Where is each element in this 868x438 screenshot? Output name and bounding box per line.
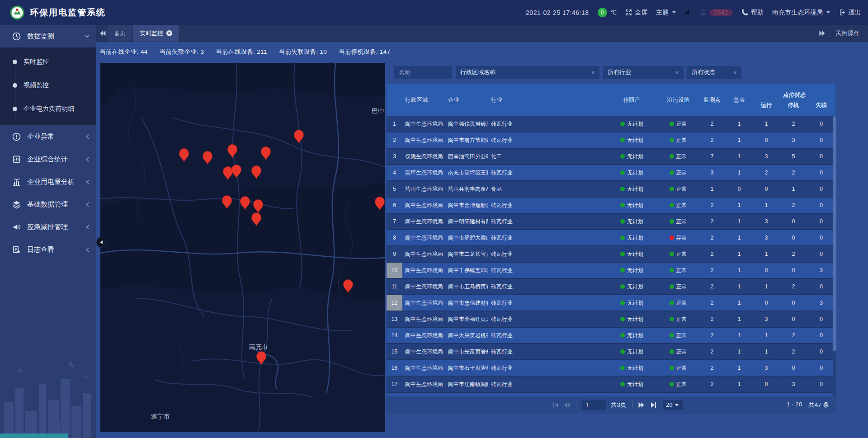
table-row[interactable]: 16阆中生态环境局阆中市石子页岩机砖厂砖瓦行业无计划正常21300 <box>387 360 835 376</box>
table-row[interactable]: 7阆中生态环境局阆中明阳建材有限公司砖瓦行业无计划正常21300 <box>387 214 835 229</box>
row-monitor-cell: 2 <box>698 311 726 327</box>
tab-首页[interactable]: 首页 <box>108 25 132 42</box>
tab-close-icon[interactable]: × <box>166 30 172 36</box>
row-index-cell[interactable]: 1 <box>387 116 402 132</box>
row-meter-cell: 0 <box>726 181 753 197</box>
first-page-button[interactable] <box>553 402 559 408</box>
row-company-cell: 营山县润丰肉食品有限 <box>445 181 488 197</box>
table-scrollbar-thumb[interactable] <box>833 116 836 351</box>
col-header-lost: 失联 <box>807 100 835 116</box>
table-row[interactable]: 1阆中生态环境局阆中强锐页岩砖厂砖瓦行业无计划正常21120 <box>387 116 835 132</box>
row-index-cell[interactable]: 17 <box>387 377 402 392</box>
bullet-dot-icon <box>13 83 17 88</box>
row-index-cell[interactable]: 2 <box>387 132 402 148</box>
stat-label: 当前在线企业: <box>99 48 141 55</box>
row-index-cell[interactable]: 9 <box>387 246 402 262</box>
chevron-down-icon: ∨ <box>675 70 679 75</box>
row-facility-cell: 正常 <box>658 165 698 180</box>
last-page-button[interactable] <box>650 402 656 408</box>
status-text: 无计划 <box>627 185 643 193</box>
industry-select[interactable]: 所有行业 ∨ <box>603 66 684 79</box>
sidebar-item-数据监测[interactable]: 数据监测 <box>0 25 96 47</box>
sidebar-item-企业综合统计[interactable]: 企业综合统计 <box>0 148 96 170</box>
table-row[interactable]: 18南部生态环境局南部县砌华山沙石有限公建材加工无计划正常21000 <box>387 393 835 396</box>
sidebar-item-基础数据管理[interactable]: 基础数据管理 <box>0 193 96 216</box>
page-size-select[interactable]: 20 <box>663 400 683 410</box>
table-row[interactable]: 14阆中生态环境局阆中大兴页岩机砖厂砖瓦行业无计划正常21120 <box>387 328 835 343</box>
stat-item: 当前停机设备: 147 <box>339 48 390 56</box>
stat-item: 当前失联设备: 10 <box>279 48 327 56</box>
row-index-cell[interactable]: 16 <box>387 360 402 376</box>
row-halt-cell: 0 <box>780 393 807 396</box>
sidebar-item-企业异常[interactable]: 企业异常 <box>0 125 96 148</box>
row-monitor-cell: 2 <box>698 246 726 262</box>
sidebar-item-日志查看[interactable]: 日志查看 <box>0 238 96 261</box>
mute-speaker-button[interactable] <box>684 9 692 16</box>
sidebar-subitem-视频监控[interactable]: 视频监控 <box>0 74 96 97</box>
tab-实时监控[interactable]: 实时监控× <box>133 25 179 42</box>
row-index-cell[interactable]: 7 <box>387 214 402 229</box>
table-row[interactable]: 13阆中生态环境局阆中市金福旺页岩机砖砖瓦行业无计划正常21300 <box>387 311 835 327</box>
row-index-cell[interactable]: 14 <box>387 328 402 343</box>
table-row[interactable]: 17阆中生态环境局阆中市江南镇阆南页岩砖瓦行业无计划正常21030 <box>387 377 835 392</box>
table-row[interactable]: 4高坪生态环境局南充市高坪区王家店建砖瓦行业无计划正常31220 <box>387 165 835 180</box>
row-industry-cell: 砖瓦行业 <box>488 198 606 213</box>
next-page-button[interactable] <box>638 402 645 408</box>
name-search-input[interactable] <box>394 66 452 79</box>
sidebar-subitem-label: 企业电力负荷明细 <box>24 105 74 113</box>
row-region-cell: 阆中生态环境局 <box>402 279 445 294</box>
theme-menu-button[interactable]: 主题 <box>656 9 676 17</box>
logout-button[interactable]: 退出 <box>839 9 861 17</box>
status-text: 正常 <box>676 202 687 209</box>
row-meter-cell: 1 <box>726 230 753 245</box>
row-index-cell[interactable]: 11 <box>387 279 402 294</box>
table-row[interactable]: 8阆中生态环境局阆中市枣碧大梁山页岩砖瓦行业无计划异常21300 <box>387 230 835 245</box>
prev-page-button[interactable] <box>564 402 571 408</box>
sidebar-item-label: 数据监测 <box>27 32 54 41</box>
table-row[interactable]: 5营山生态环境局营山县润丰肉食品有限食品无计划正常10010 <box>387 181 835 197</box>
map-panel[interactable]: 巴中市南充市遂宁市 <box>100 63 385 432</box>
org-menu-button[interactable]: 南充市生态环境局 <box>772 9 830 17</box>
region-select[interactable]: 行政区域名称 ∨ <box>456 66 599 79</box>
table-row[interactable]: 12阆中生态环境局阆中市忠信建材有限公砖瓦行业无计划正常21003 <box>387 295 835 311</box>
sidebar-subitem-企业电力负荷明细[interactable]: 企业电力负荷明细 <box>0 97 96 121</box>
table-row[interactable]: 2阆中生态环境局阆中市南方节能建材有砖瓦行业无计划正常21030 <box>387 132 835 148</box>
table-row[interactable]: 15阆中生态环境局阆中市光富页岩机砖厂砖瓦行业无计划正常21120 <box>387 344 835 359</box>
row-index-cell[interactable]: 15 <box>387 344 402 359</box>
row-index-cell[interactable]: 12 <box>387 295 402 311</box>
datetime-label: 2021-02-25 17:46:18 <box>526 9 589 16</box>
row-facility-cell: 正常 <box>658 263 698 278</box>
row-lost-cell: 0 <box>807 116 835 132</box>
notifications-button[interactable]: 2632 <box>700 9 733 16</box>
status-text: 正常 <box>676 120 687 128</box>
help-button[interactable]: 帮助 <box>741 9 764 17</box>
sidebar-item-应急减排管理[interactable]: 应急减排管理 <box>0 216 96 238</box>
page-number-input[interactable] <box>582 400 606 410</box>
sidebar-subitem-实时监控[interactable]: 实时监控 <box>0 50 96 74</box>
table-row[interactable]: 6阆中生态环境局阆中市金博瑞新型墙材砖瓦行业无计划正常21120 <box>387 198 835 213</box>
sidebar-item-企业用电量分析[interactable]: 企业用电量分析 <box>0 170 96 193</box>
row-index-cell[interactable]: 18 <box>387 393 402 396</box>
fullscreen-button[interactable]: 全屏 <box>625 9 647 17</box>
table-row[interactable]: 10阆中生态环境局阆中千佛镇五郎垭页岩砖瓦行业无计划正常21003 <box>387 263 835 278</box>
row-index-cell[interactable]: 13 <box>387 311 402 327</box>
table-row[interactable]: 3仪陇生态环境局西南油气田分公司川中化工无计划正常71350 <box>387 149 835 164</box>
row-index-cell[interactable]: 3 <box>387 149 402 164</box>
row-index-cell[interactable]: 6 <box>387 198 402 213</box>
row-lost-cell: 0 <box>807 393 835 396</box>
row-index-cell[interactable]: 4 <box>387 165 402 180</box>
status-text: 正常 <box>676 250 687 258</box>
close-operations-button[interactable]: 关闭操作 <box>835 29 860 38</box>
map-collapse-button[interactable] <box>97 237 106 247</box>
tabs-scroll-left-button[interactable] <box>99 30 106 36</box>
row-index-cell[interactable]: 5 <box>387 181 402 197</box>
table-row[interactable]: 11阆中生态环境局阆中市五马桥页岩机砖砖瓦行业无计划正常21120 <box>387 279 835 294</box>
double-right-icon[interactable] <box>819 30 826 36</box>
table-row[interactable]: 9阆中生态环境局阆中市二龙长宝页岩砖砖瓦行业无计划正常21120 <box>387 246 835 262</box>
status-select[interactable]: 所有状态 ∨ <box>687 66 741 79</box>
bell-icon <box>700 9 707 16</box>
row-index-cell[interactable]: 10 <box>387 263 402 278</box>
row-index-cell[interactable]: 8 <box>387 230 402 245</box>
row-company-cell: 阆中市忠信建材有限公 <box>445 295 488 311</box>
chevron-down-icon <box>672 11 676 14</box>
